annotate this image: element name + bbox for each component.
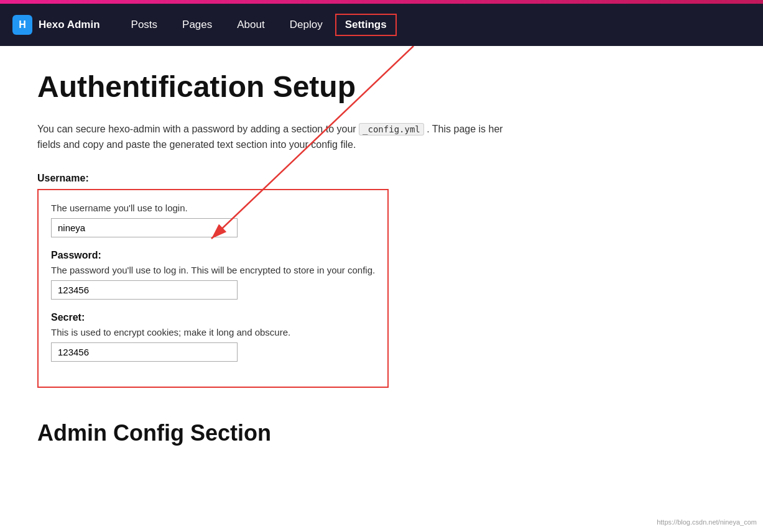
nav-item-pages[interactable]: Pages	[170, 5, 224, 45]
config-code: _config.yml	[359, 123, 424, 135]
password-field-group: Password: The password you'll use to log…	[51, 250, 375, 300]
main-content: Authentification Setup You can secure he…	[0, 46, 684, 471]
secret-description: This is used to encrypt cookies; make it…	[51, 327, 375, 337]
description: You can secure hexo-admin with a passwor…	[37, 121, 647, 153]
nav-link-settings[interactable]: Settings	[335, 14, 397, 36]
annotation-box: The username you'll use to login. Passwo…	[37, 189, 389, 388]
secret-field-group: Secret: This is used to encrypt cookies;…	[51, 312, 375, 362]
admin-config-title: Admin Config Section	[37, 420, 647, 446]
brand-icon: H	[12, 15, 32, 35]
secret-label: Secret:	[51, 312, 375, 323]
username-label-outside: Username:	[37, 173, 647, 184]
page-title: Authentification Setup	[37, 71, 647, 104]
navbar: H Hexo Admin Posts Pages About Deploy Se…	[0, 4, 763, 46]
nav-item-deploy[interactable]: Deploy	[277, 5, 335, 45]
nav-link-deploy[interactable]: Deploy	[277, 5, 335, 45]
username-field-group: The username you'll use to login.	[51, 203, 375, 237]
brand-link[interactable]: H Hexo Admin	[12, 15, 100, 35]
secret-input[interactable]	[51, 342, 238, 362]
nav-item-posts[interactable]: Posts	[119, 5, 170, 45]
username-input[interactable]	[51, 218, 238, 237]
password-label: Password:	[51, 250, 375, 261]
nav-links: Posts Pages About Deploy Settings	[119, 5, 397, 45]
password-description: The password you'll use to log in. This …	[51, 265, 375, 275]
nav-link-posts[interactable]: Posts	[119, 5, 170, 45]
password-input[interactable]	[51, 280, 238, 300]
nav-item-settings[interactable]: Settings	[335, 14, 397, 36]
nav-link-about[interactable]: About	[224, 5, 277, 45]
nav-link-pages[interactable]: Pages	[170, 5, 224, 45]
nav-item-about[interactable]: About	[224, 5, 277, 45]
username-description: The username you'll use to login.	[51, 203, 375, 213]
brand-name: Hexo Admin	[39, 19, 100, 31]
